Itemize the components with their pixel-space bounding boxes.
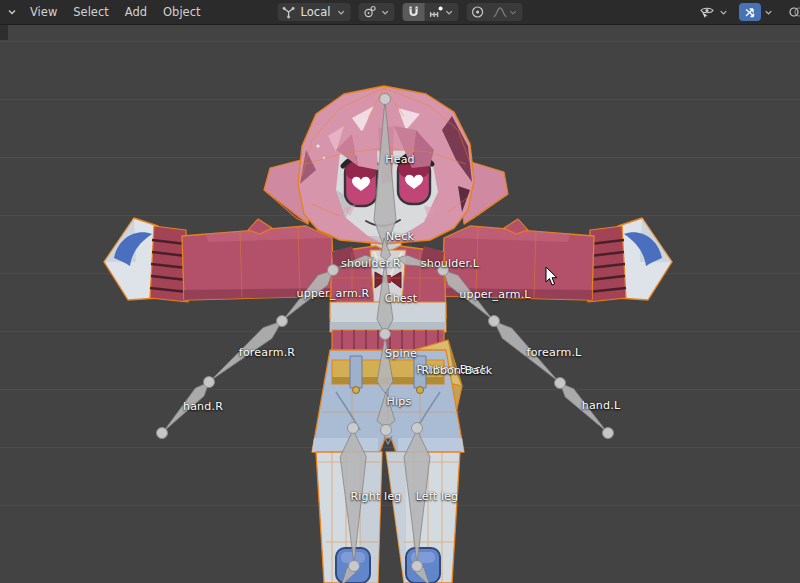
chevron-down-icon: [6, 6, 18, 18]
bone-label: forearm.L: [527, 346, 582, 359]
menu-bar: View Select Add Object: [22, 0, 209, 24]
menu-view[interactable]: View: [22, 0, 65, 24]
bone-label: upper_arm.R: [297, 287, 370, 300]
bone-joint-sphere[interactable]: [381, 425, 392, 436]
bone-label: hand.L: [582, 399, 621, 412]
bone-joint-sphere[interactable]: [328, 265, 339, 276]
bone-joint-sphere[interactable]: [157, 428, 168, 439]
bone-label: Ribbon.Back: [422, 364, 493, 377]
bone-label: Left leg: [416, 490, 459, 503]
overlays-button[interactable]: [782, 5, 800, 19]
overlays-circles-icon: [788, 5, 800, 19]
bone-joint-sphere[interactable]: [555, 378, 566, 389]
transform-orientation-label: Local: [299, 5, 333, 19]
bone-label: Neck: [386, 230, 414, 243]
mouse-cursor: [545, 266, 559, 286]
bone-joint-sphere[interactable]: [380, 329, 391, 340]
bone-joint-sphere[interactable]: [348, 423, 359, 434]
chevron-down-icon: [379, 7, 390, 18]
snap-controls: [402, 3, 458, 21]
gizmo-arrows-icon: [743, 5, 757, 19]
proportional-editing-icon: [470, 5, 484, 19]
chevron-down-icon: [718, 7, 729, 18]
bone-label: Hips: [387, 395, 412, 408]
bone-joint-sphere[interactable]: [412, 561, 423, 572]
orientation-axes-icon: [282, 5, 296, 19]
bone-octahedron[interactable]: [377, 336, 393, 393]
viewport-display-settings: [695, 0, 800, 24]
bone-label: hand.R: [183, 400, 223, 413]
chevron-down-icon: [443, 7, 454, 18]
chevron-down-icon: [507, 7, 518, 18]
proportional-editing-button[interactable]: [466, 3, 488, 21]
gizmo-visibility-eye-icon: [699, 5, 715, 19]
bone-joint-sphere[interactable]: [204, 377, 215, 388]
pivot-point-dropdown[interactable]: [358, 3, 394, 21]
snap-settings-dropdown[interactable]: [424, 3, 458, 21]
show-gizmos-button[interactable]: [739, 3, 761, 21]
viewport-tool-settings: Local: [278, 0, 523, 24]
bone-label: Chest: [385, 292, 417, 305]
chevron-down-icon: [763, 7, 774, 18]
bone-joint-sphere[interactable]: [603, 428, 614, 439]
transform-orientation-dropdown[interactable]: Local: [278, 3, 351, 21]
bone-joint-sphere[interactable]: [412, 423, 423, 434]
chevron-down-icon: [335, 7, 346, 18]
snap-increments-icon: [428, 5, 443, 19]
bone-label: Head: [385, 153, 415, 166]
snap-toggle-button[interactable]: [402, 3, 424, 21]
menu-object[interactable]: Object: [155, 0, 208, 24]
falloff-dropdown[interactable]: [488, 3, 522, 21]
snap-magnet-icon: [406, 5, 420, 19]
gizmos-dropdown[interactable]: [761, 3, 776, 21]
bone-joint-sphere[interactable]: [349, 561, 360, 572]
bone-label: Right leg: [350, 490, 401, 503]
bone-joint-sphere[interactable]: [380, 94, 391, 105]
show-gizmos-control: [739, 3, 776, 21]
menu-select[interactable]: Select: [65, 0, 116, 24]
bone-octahedron[interactable]: [374, 100, 396, 250]
bone-label: upper_arm.L: [459, 288, 530, 301]
bone-label: shoulder.R: [341, 257, 401, 270]
blender-window: View Select Add Object Local: [0, 0, 800, 583]
gizmo-visibility-dropdown[interactable]: [695, 3, 733, 21]
falloff-curve-icon: [492, 5, 507, 19]
menu-add[interactable]: Add: [117, 0, 155, 24]
viewport-header: View Select Add Object Local: [0, 0, 800, 25]
bone-label: forearm.R: [239, 346, 295, 359]
proportional-edit-controls: [466, 3, 522, 21]
bone-joint-sphere[interactable]: [489, 316, 500, 327]
editor-type-dropdown[interactable]: [0, 6, 22, 18]
pivot-point-icon: [362, 5, 376, 19]
bone-label: Spine: [385, 347, 417, 360]
bone-joint-sphere[interactable]: [277, 316, 288, 327]
bone-label: shoulder.L: [421, 257, 479, 270]
